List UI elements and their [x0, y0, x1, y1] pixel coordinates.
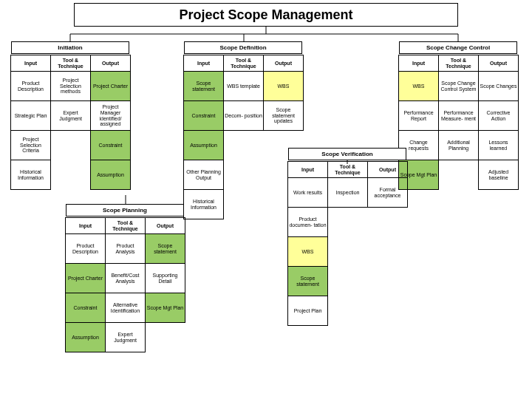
- hdr-input: Input: [66, 218, 106, 234]
- cell: Scope Changes: [479, 72, 519, 101]
- hdr-output: Output: [368, 162, 408, 178]
- hdr-output: Output: [479, 55, 519, 72]
- table-initiation: InputTool & TechniqueOutput Product Desc…: [10, 55, 131, 190]
- hdr-input: Input: [288, 162, 328, 178]
- cell: Alternative Identification: [106, 293, 146, 323]
- cell: WBS: [264, 72, 304, 101]
- cell: WBS: [399, 72, 439, 101]
- cell: Project Charter: [91, 72, 131, 101]
- cell: Product Analysis: [106, 234, 146, 264]
- hdr-output: Output: [146, 218, 185, 234]
- cell: Project Selection methods: [51, 72, 91, 101]
- section-planning: Scope Planning: [66, 204, 184, 216]
- hdr-tool: Tool & Technique: [328, 162, 368, 178]
- page-title: Project Scope Management: [74, 3, 458, 27]
- cell: Work results: [288, 178, 328, 208]
- cell: Scope statement updates: [264, 101, 304, 131]
- cell: Scope statement: [146, 234, 185, 264]
- cell: Project Manager identified/ assigned: [91, 101, 131, 131]
- table-verification: InputTool & TechniqueOutput Work results…: [287, 161, 408, 326]
- table-change: InputTool & TechniqueOutput WBSScope Cha…: [398, 55, 519, 190]
- cell: Scope Mgt Plan: [146, 293, 185, 323]
- cell: Strategic Plan: [11, 101, 51, 131]
- cell: Inspection: [328, 178, 368, 208]
- cell: Other Planning Output: [184, 160, 224, 190]
- cell: Adjusted baseline: [479, 160, 519, 190]
- section-initiation: Initiation: [11, 41, 129, 54]
- cell: Scope statement: [184, 72, 224, 101]
- hdr-output: Output: [91, 55, 131, 72]
- cell: Constraint: [66, 293, 106, 323]
- cell: Decom- position: [224, 101, 264, 131]
- cell: Benefit/Cost Analysis: [106, 264, 146, 293]
- hdr-tool: Tool & Technique: [224, 55, 264, 72]
- cell: Historical Information: [11, 160, 51, 190]
- cell: Assumption: [66, 323, 106, 352]
- cell: Constraint: [91, 131, 131, 160]
- hdr-tool: Tool & Technique: [106, 218, 146, 234]
- cell: Project Selection Criteria: [11, 131, 51, 160]
- cell: Product Description: [11, 72, 51, 101]
- cell: Product Description: [66, 234, 106, 264]
- hdr-output: Output: [264, 55, 304, 72]
- cell: WBS template: [224, 72, 264, 101]
- cell: Historical Information: [184, 190, 224, 219]
- hdr-input: Input: [11, 55, 51, 72]
- cell: Assumption: [184, 131, 224, 160]
- cell: Expert Judgment: [51, 101, 91, 131]
- table-definition: InputTool & TechniqueOutput Scope statem…: [183, 55, 304, 219]
- cell: WBS: [288, 237, 328, 267]
- cell: Performance Report: [399, 101, 439, 131]
- cell: Performance Measure- ment: [439, 101, 479, 131]
- table-planning: InputTool & TechniqueOutput Product Desc…: [65, 217, 185, 352]
- cell: Supporting Detail: [146, 264, 185, 293]
- section-change: Scope Change Control: [399, 41, 517, 54]
- cell: Additional Planning: [439, 131, 479, 160]
- cell: Formal acceptance: [368, 178, 408, 208]
- section-verification: Scope Verification: [288, 148, 406, 160]
- hdr-tool: Tool & Technique: [51, 55, 91, 72]
- cell: Expert Judgment: [106, 323, 146, 352]
- cell: Project Plan: [288, 296, 328, 326]
- section-definition: Scope Definition: [184, 41, 302, 54]
- hdr-tool: Tool & Technique: [439, 55, 479, 72]
- cell: Product documen- tation: [288, 208, 328, 237]
- cell: Scope statement: [288, 267, 328, 296]
- cell: Project Charter: [66, 264, 106, 293]
- cell: Corrective Action: [479, 101, 519, 131]
- cell: Scope Change Control System: [439, 72, 479, 101]
- hdr-input: Input: [184, 55, 224, 72]
- cell: Constraint: [184, 101, 224, 131]
- hdr-input: Input: [399, 55, 439, 72]
- cell: Assumption: [91, 160, 131, 190]
- cell: Lessons learned: [479, 131, 519, 160]
